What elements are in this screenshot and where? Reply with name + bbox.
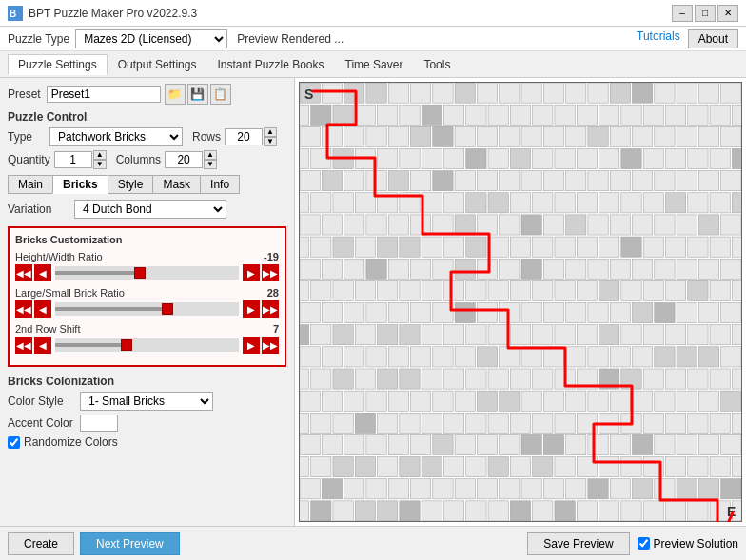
preset-icons: 📁 💾 📋	[165, 84, 231, 105]
slider-hw-control: ◀◀ ◀ ▶ ▶▶	[15, 264, 279, 281]
quantity-input[interactable]	[54, 151, 92, 168]
slider-ls-track[interactable]	[55, 302, 239, 316]
randomize-row: Randomize Colors	[8, 435, 286, 449]
sub-tab-info[interactable]: Info	[200, 175, 240, 194]
tabs-bar: Puzzle Settings Output Settings Instant …	[0, 51, 746, 78]
rows-down-button[interactable]: ▼	[264, 137, 277, 146]
slider-hw-label: Height/Width Ratio	[15, 251, 103, 262]
color-style-row: Color Style 1- Small Bricks	[8, 392, 286, 411]
variation-label: Variation	[8, 203, 65, 216]
columns-input[interactable]	[165, 151, 203, 168]
left-panel: Preset 📁 💾 📋 Puzzle Control Type Patchwo…	[0, 78, 295, 526]
preview-solution-checkbox[interactable]	[638, 537, 650, 550]
preset-saveas-button[interactable]: 📋	[210, 84, 231, 105]
slider-large-small: Large/Small Brick Ratio 28 ◀◀ ◀ ▶ ▶▶	[15, 287, 279, 318]
rows-input[interactable]	[225, 128, 263, 145]
type-row: Type Patchwork Bricks Rows ▲ ▼	[8, 127, 286, 146]
slider-ls-left[interactable]: ◀	[34, 300, 51, 318]
color-style-label: Color Style	[8, 395, 74, 408]
columns-label: Columns	[116, 153, 161, 166]
preview-solution-row: Preview Solution	[638, 537, 738, 550]
save-preview-button[interactable]: Save Preview	[527, 532, 629, 555]
rows-label: Rows	[192, 130, 221, 144]
slider-rs-right[interactable]: ▶	[243, 337, 260, 354]
minimize-button[interactable]: –	[672, 5, 693, 22]
columns-up-button[interactable]: ▲	[204, 150, 217, 160]
quantity-spinner-btns: ▲ ▼	[93, 150, 107, 169]
slider-ls-label: Large/Small Brick Ratio	[15, 287, 125, 299]
bricks-cust-title: Bricks Customization	[15, 234, 279, 245]
right-panel	[295, 78, 746, 526]
rows-spinner: ▲ ▼	[225, 127, 277, 146]
tutorials-link[interactable]: Tutorials	[637, 29, 680, 48]
slider-ls-far-left[interactable]: ◀◀	[15, 300, 32, 318]
slider-ls-right[interactable]: ▶	[243, 300, 260, 318]
slider-hw-track[interactable]	[55, 266, 239, 280]
slider-ls-control: ◀◀ ◀ ▶ ▶▶	[15, 300, 279, 318]
sub-tab-main[interactable]: Main	[8, 175, 53, 194]
about-button[interactable]: About	[688, 29, 738, 48]
slider-ls-thumb[interactable]	[162, 303, 173, 315]
slider-hw-left[interactable]: ◀	[34, 264, 51, 281]
tab-puzzle-settings[interactable]: Puzzle Settings	[8, 54, 108, 75]
slider-hw-far-left[interactable]: ◀◀	[15, 264, 32, 281]
slider-rs-far-right[interactable]: ▶▶	[262, 337, 279, 354]
title-bar: B BPT Puzzle Maker Pro v2022.9.3 – □ ✕	[0, 0, 746, 27]
preset-folder-button[interactable]: 📁	[165, 84, 186, 105]
app-icon: B	[8, 6, 23, 21]
randomize-label: Randomize Colors	[24, 435, 118, 449]
preset-save-button[interactable]: 💾	[187, 84, 208, 105]
slider-rs-control: ◀◀ ◀ ▶ ▶▶	[15, 337, 279, 354]
type-select[interactable]: Patchwork Bricks	[49, 127, 183, 146]
variation-select[interactable]: 4 Dutch Bond	[74, 200, 226, 219]
slider-rs-thumb[interactable]	[121, 339, 132, 351]
columns-spinner: ▲ ▼	[165, 150, 217, 169]
tab-tools[interactable]: Tools	[413, 54, 461, 75]
sub-tabs: Main Bricks Style Mask Info	[8, 175, 286, 194]
rows-up-button[interactable]: ▲	[264, 127, 277, 137]
svg-text:B: B	[10, 9, 16, 19]
slider-rs-left[interactable]: ◀	[34, 337, 51, 354]
slider-rs-label: 2nd Row Shift	[15, 323, 80, 335]
tab-output-settings[interactable]: Output Settings	[108, 54, 207, 75]
accent-color-swatch[interactable]	[80, 415, 118, 432]
preset-row: Preset 📁 💾 📋	[8, 84, 286, 105]
randomize-checkbox[interactable]	[8, 436, 20, 449]
preset-input[interactable]	[47, 86, 161, 103]
preset-label: Preset	[8, 87, 41, 101]
color-style-select[interactable]: 1- Small Bricks	[80, 392, 213, 411]
slider-hw-thumb[interactable]	[134, 267, 146, 279]
quantity-label: Quantity	[8, 153, 50, 166]
quantity-down-button[interactable]: ▼	[93, 160, 107, 169]
close-button[interactable]: ✕	[717, 5, 738, 22]
sub-tab-bricks[interactable]: Bricks	[52, 175, 108, 194]
slider-hw-right[interactable]: ▶	[243, 264, 260, 281]
puzzle-control-label: Puzzle Control	[8, 110, 286, 124]
bricks-colorization-title: Bricks Colonization	[8, 375, 286, 388]
maximize-button[interactable]: □	[695, 5, 716, 22]
slider-hw-far-right[interactable]: ▶▶	[262, 264, 279, 281]
columns-down-button[interactable]: ▼	[204, 160, 217, 169]
slider-ls-far-right[interactable]: ▶▶	[262, 300, 279, 318]
slider-height-width: Height/Width Ratio -19 ◀◀ ◀ ▶ ▶▶	[15, 251, 279, 281]
slider-rs-value: 7	[273, 323, 279, 335]
create-button[interactable]: Create	[8, 532, 74, 555]
preview-text: Preview Rendered ...	[237, 32, 637, 46]
slider-rs-far-left[interactable]: ◀◀	[15, 337, 32, 354]
title-bar-text: BPT Puzzle Maker Pro v2022.9.3	[29, 7, 672, 20]
bottom-bar: Create Next Preview Save Preview Preview…	[0, 526, 746, 560]
slider-ls-label-row: Large/Small Brick Ratio 28	[15, 287, 279, 299]
quantity-row: Quantity ▲ ▼ Columns ▲ ▼	[8, 150, 286, 169]
variation-row: Variation 4 Dutch Bond	[8, 200, 286, 219]
tab-time-saver[interactable]: Time Saver	[335, 54, 414, 75]
maze-canvas	[299, 82, 742, 522]
quantity-up-button[interactable]: ▲	[93, 150, 107, 160]
slider-rs-track[interactable]	[55, 338, 239, 352]
sub-tab-style[interactable]: Style	[108, 175, 154, 194]
puzzle-type-select[interactable]: Mazes 2D (Licensed)	[75, 29, 227, 48]
sub-tab-mask[interactable]: Mask	[152, 175, 201, 194]
tab-instant-puzzle-books[interactable]: Instant Puzzle Books	[206, 54, 334, 75]
title-bar-controls: – □ ✕	[672, 5, 738, 22]
next-preview-button[interactable]: Next Preview	[80, 532, 180, 555]
slider-row-shift: 2nd Row Shift 7 ◀◀ ◀ ▶ ▶▶	[15, 323, 279, 354]
